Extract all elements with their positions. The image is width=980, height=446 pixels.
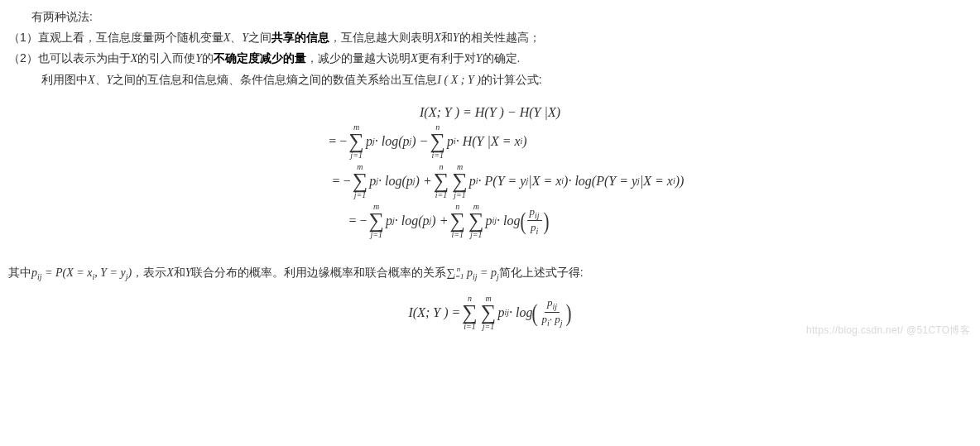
term: pj· log(pj) + [386,213,448,228]
eq-final: I(X; Y ) = n ∑ i=1 m ∑ j=1 pij· log ( pi… [8,295,972,331]
sigma-icon: m ∑ j=1 [481,295,497,331]
pij: pij [31,266,42,279]
t: 其中 [8,266,31,279]
sum-lower: j=1 [350,151,363,160]
var-x: X [166,266,174,279]
term: pj· log(pj) + [369,174,431,189]
sum-symbol: ∑ [481,304,497,322]
t: 更有利于对 [418,51,476,65]
fraction: pij pi [527,206,542,236]
fraction: pij pi· pj [539,297,564,327]
formula-block-final: I(X; Y ) = n ∑ i=1 m ∑ j=1 pij· log ( pi… [8,295,972,331]
sum-lower: i=1 [431,151,444,160]
sum-symbol: ∑ [452,172,468,190]
t: 的相关性越高； [459,31,540,44]
intro-lead: 有两种说法: [8,7,972,27]
eq1: I(X; Y ) = H(Y ) − H(Y |X) [420,105,560,120]
sum-symbol: ∑ [468,212,484,230]
frac-num: pij [527,206,542,222]
sum-symbol: ∑ [353,172,368,190]
t: 的引入而使 [137,51,195,65]
frac-den: pi· pj [539,313,564,328]
left-paren-icon: ( [520,209,526,233]
ixy-lhs: I(X; Y ) = [409,305,461,320]
t: 利用图中 [41,73,88,86]
num-2: （2） [8,51,38,65]
t: 的确定. [483,51,521,65]
sum-symbol: ∑ [430,132,445,151]
sum-symbol: ∑ [368,212,384,230]
var-x: X [434,31,441,44]
t: 之间的互信息和信息熵、条件信息熵之间的数值关系给出互信息 [113,73,437,86]
var-y: Y [453,31,459,44]
term: pi· H(Y |X = xi) [447,134,527,149]
t: ，减少的量越大说明 [306,51,411,65]
lead: = − [348,213,367,228]
sigma-icon: m ∑ j=1 [368,203,384,239]
lead: = − [329,134,347,149]
sum-lower: j=1 [354,191,367,199]
sum-symbol: ∑ [434,172,449,190]
sum-symbol: ∑ [462,304,478,322]
t: 的计算公式: [481,73,542,86]
intro-item-2: （2）也可以表示为由于X的引入而使Y的不确定度减少的量，减少的量越大说明X更有利… [8,48,972,69]
eq-row-4: = − m ∑ j=1 pj· log(pj) + n ∑ i=1 m ∑ j=… [0,203,972,239]
sum-lower: j=1 [470,231,483,239]
sum-lower: i=1 [464,323,476,331]
right-paren-icon: ) [566,300,572,325]
sum-lower: j=1 [483,323,495,331]
t: 联合分布的概率。利用边缘概率和联合概率的关系 [191,266,446,279]
bold-uncertainty: 不确定度减少的量 [214,51,306,65]
right-paren-icon: ) [543,209,549,233]
var-xy: X、Y [223,31,248,44]
term: pj· log(pj) − [366,134,428,149]
eq-row-3: = − m ∑ j=1 pj· log(pj) + n ∑ i=1 m ∑ j=… [45,163,972,199]
left-paren-icon: ( [532,300,538,325]
sigma-icon: m ∑ j=1 [348,123,364,160]
sigma-icon: n ∑ i=1 [430,123,445,160]
eq-row-1: I(X; Y ) = H(Y ) − H(Y |X) [8,105,972,120]
sigma-icon: n ∑ i=1 [434,163,449,199]
sigma-icon: m ∑ j=1 [452,163,468,199]
var-y: Y [476,52,483,65]
var-y: Y [195,52,202,65]
sum-body: pij = pj [464,266,499,279]
sum-lower: i=1 [451,231,464,239]
inline-sum-limits: n i=1 [453,266,464,281]
t: 之间 [248,31,271,44]
sigma-icon: n ∑ i=1 [462,295,478,331]
sum-lower: i=1 [435,191,448,199]
sum-lower: j=1 [370,231,382,239]
sigma-icon: m ∑ j=1 [468,203,484,239]
intro-item-3: 利用图中X、Y之间的互信息和信息熵、条件信息熵之间的数值关系给出互信息I ( X… [8,70,972,90]
sigma-icon: n ∑ i=1 [449,203,465,239]
sum-lower: j=1 [454,191,466,199]
frac-num: pij [545,297,560,313]
ixy-inline: I ( X ; Y ) [437,74,481,86]
sigma-icon: m ∑ j=1 [353,163,368,199]
term: pi· P(Y = yj|X = xi)· log(P(Y = yj|X = x… [469,174,685,189]
sum-symbol: ∑ [348,132,364,151]
sum-symbol: ∑ [449,212,465,230]
t: ，表示 [132,266,166,279]
term: pij· log [486,213,521,228]
eq-row-2: = − m ∑ j=1 pj· log(pj) − n ∑ i=1 pi· H(… [0,123,972,160]
t: 和 [174,266,185,279]
bold-shared-info: 共享的信息 [271,31,329,44]
t: 和 [441,31,453,44]
var-x: X [411,52,418,65]
var-xy: X、Y [88,74,113,86]
t: 直观上看，互信息度量两个随机变量 [38,31,223,44]
num-1: （1） [8,31,38,44]
frac-den: pi [528,221,540,236]
between-text: 其中pij = P(X = xi, Y = yj)，表示X和Y联合分布的概率。利… [8,262,972,285]
term: pij· log [497,305,532,320]
lead: = − [333,174,351,189]
t: 的 [202,51,214,65]
t: 简化上述式子得: [499,266,584,279]
formula-block-main: I(X; Y ) = H(Y ) − H(Y |X) = − m ∑ j=1 p… [8,105,972,239]
eq-inline: = P(X = xi, Y = yj) [42,266,132,279]
intro-item-1: （1）直观上看，互信息度量两个随机变量X、Y之间共享的信息，互信息越大则表明X和… [8,27,972,48]
t: ，互信息越大则表明 [329,31,434,44]
t: 也可以表示为由于 [38,51,131,65]
